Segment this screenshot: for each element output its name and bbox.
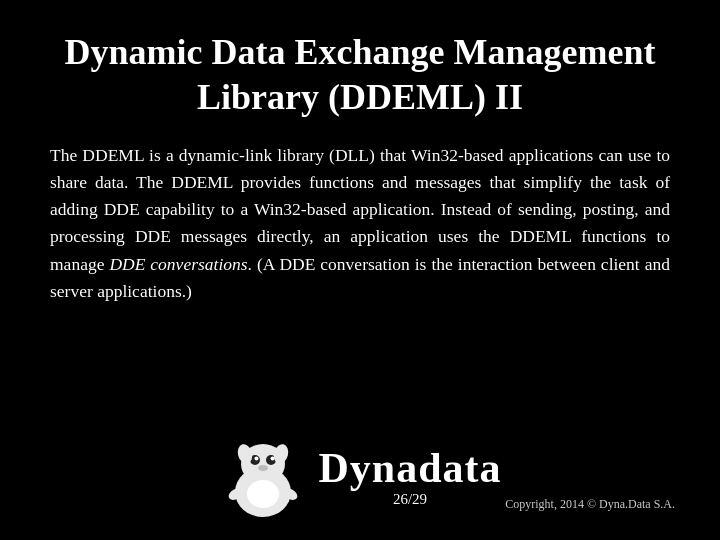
brand-name: Dynadata	[318, 447, 501, 489]
slide: Dynamic Data Exchange Management Library…	[0, 0, 720, 540]
svg-point-9	[247, 480, 279, 508]
mascot-icon	[218, 432, 308, 522]
svg-point-4	[255, 457, 259, 461]
copyright: Copyright, 2014 © Dyna.Data S.A.	[505, 497, 675, 512]
body-text: The DDEML is a dynamic-link library (DLL…	[50, 142, 670, 305]
svg-point-6	[258, 465, 268, 471]
slide-title: Dynamic Data Exchange Management Library…	[50, 30, 670, 120]
footer-brand: Dynadata 26/29	[318, 447, 501, 508]
page-number: 26/29	[393, 491, 427, 508]
